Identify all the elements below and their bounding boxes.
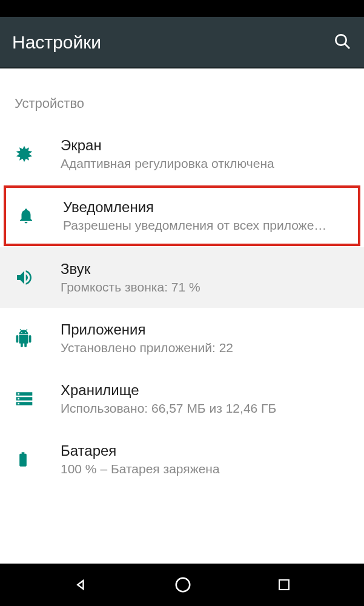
settings-item-sound[interactable]: Звук Громкость звонка: 71 % [0, 247, 364, 308]
item-subtitle: Громкость звонка: 71 % [61, 280, 349, 295]
settings-item-apps[interactable]: Приложения Установлено приложений: 22 [0, 308, 364, 368]
item-title: Хранилище [61, 382, 349, 399]
item-title: Звук [61, 261, 349, 278]
app-bar: Настройки [0, 17, 364, 68]
item-title: Батарея [61, 442, 349, 459]
nav-home-button[interactable] [174, 576, 192, 594]
svg-point-2 [176, 578, 190, 592]
item-title: Приложения [61, 321, 349, 338]
brightness-icon [15, 144, 48, 164]
svg-line-1 [345, 44, 349, 48]
svg-point-0 [336, 35, 346, 45]
status-bar [0, 0, 364, 17]
settings-item-battery[interactable]: Батарея 100 % – Батарея заряжена [0, 429, 364, 490]
item-title: Экран [61, 137, 349, 154]
settings-item-notifications[interactable]: Уведомления Разрешены уведомления от все… [4, 185, 360, 246]
settings-item-storage[interactable]: Хранилище Использовано: 66,57 МБ из 12,4… [0, 368, 364, 429]
volume-icon [15, 268, 48, 287]
item-title: Уведомления [63, 199, 347, 216]
settings-list: Устройство Экран Адаптивная регулировка … [0, 68, 364, 490]
navigation-bar [0, 564, 364, 606]
storage-icon [15, 389, 48, 408]
settings-item-display[interactable]: Экран Адаптивная регулировка отключена [0, 124, 364, 184]
item-subtitle: 100 % – Батарея заряжена [61, 462, 349, 476]
item-subtitle: Установлено приложений: 22 [61, 341, 349, 355]
item-subtitle: Использовано: 66,57 МБ из 12,46 ГБ [61, 401, 349, 416]
bell-icon [17, 207, 51, 225]
svg-rect-3 [279, 580, 289, 590]
android-icon [15, 329, 48, 347]
section-header-device: Устройство [0, 87, 364, 124]
search-icon[interactable] [333, 32, 352, 53]
nav-recents-button[interactable] [277, 578, 291, 592]
item-subtitle: Адаптивная регулировка отключена [61, 156, 349, 171]
nav-back-button[interactable] [73, 576, 90, 593]
page-title: Настройки [12, 32, 101, 53]
item-subtitle: Разрешены уведомления от всех приложе… [63, 218, 347, 233]
battery-icon [15, 450, 48, 469]
